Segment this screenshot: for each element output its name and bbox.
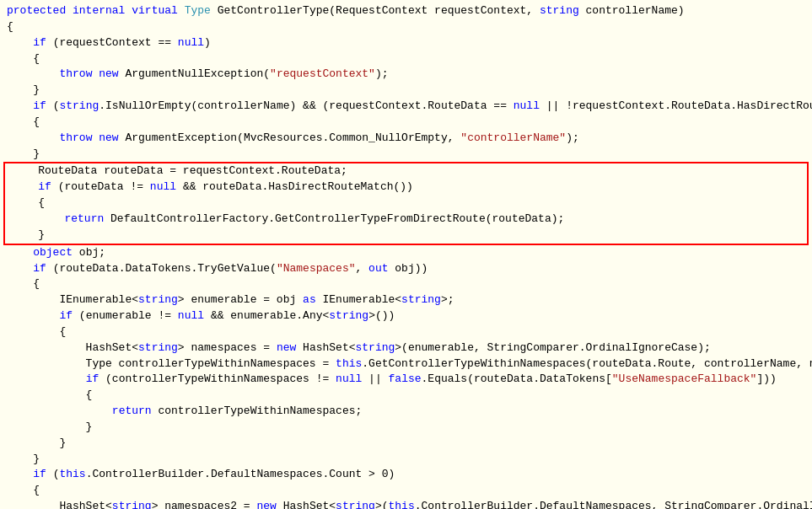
highlight-block: RouteData routeData = requestContext.Rou… [3, 162, 809, 244]
code-line: Type controllerTypeWithinNamespaces = th… [0, 356, 812, 372]
code-editor: protected internal virtual Type GetContr… [0, 0, 812, 509]
code-line: if (routeData != null && routeData.HasDi… [5, 179, 807, 196]
code-line: } [0, 420, 812, 436]
code-line: return DefaultControllerFactory.GetContr… [5, 212, 807, 228]
code-line: if (routeData.DataTokens.TryGetValue("Na… [0, 261, 812, 277]
code-line: if (controllerTypeWithinNamespaces != nu… [0, 372, 812, 388]
code-line: if (this.ControllerBuilder.DefaultNamesp… [0, 467, 812, 483]
code-line: { [0, 276, 812, 292]
code-line: IEnumerable<string> enumerable = obj as … [0, 292, 812, 308]
code-line: if (enumerable != null && enumerable.Any… [0, 308, 812, 324]
code-line: HashSet<string> namespaces2 = new HashSe… [0, 499, 812, 509]
code-line: RouteData routeData = requestContext.Rou… [5, 163, 807, 179]
code-line: { [0, 19, 812, 35]
code-line: return controllerTypeWithinNamespaces; [0, 404, 812, 420]
code-line: } [0, 452, 812, 468]
code-line: { [0, 115, 812, 131]
code-line: { [0, 324, 812, 340]
code-line: if (requestContext == null) [0, 35, 812, 51]
code-line: { [0, 388, 812, 404]
code-line: { [0, 483, 812, 499]
code-line: object obj; [0, 245, 812, 261]
code-line: throw new ArgumentException(MvcResources… [0, 131, 812, 147]
code-line: { [5, 196, 807, 212]
code-line: } [5, 228, 807, 244]
code-line: } [0, 83, 812, 99]
code-line: } [0, 436, 812, 452]
code-line: if (string.IsNullOrEmpty(controllerName)… [0, 99, 812, 115]
code-line: } [0, 147, 812, 163]
code-line: HashSet<string> namespaces = new HashSet… [0, 340, 812, 356]
code-line: { [0, 51, 812, 67]
code-line: throw new ArgumentNullException("request… [0, 67, 812, 83]
code-line: protected internal virtual Type GetContr… [0, 3, 812, 19]
